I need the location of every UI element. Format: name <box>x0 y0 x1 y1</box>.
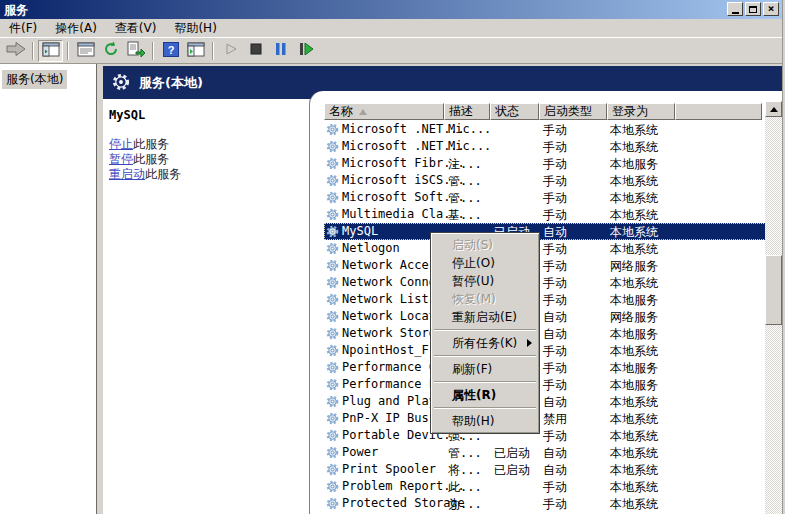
cell-desc: 将... <box>448 462 482 479</box>
cell-logon: 本地服务 <box>610 156 658 173</box>
table-row-Performance-Lo[interactable]: Performance Lo.手动本地服务 <box>324 376 772 393</box>
menu-item-file[interactable]: 件(F) <box>0 18 46 39</box>
cell-startup: 自动 <box>543 394 567 411</box>
table-row-Plug-and-Play[interactable]: Plug and Play自动本地系统 <box>324 393 772 410</box>
cell-startup: 自动 <box>543 326 567 343</box>
tree-item-services-local[interactable]: 服务(本地) <box>2 70 67 89</box>
column-header-名称[interactable]: 名称 <box>324 103 444 120</box>
table-row-Microsoft-Fibr[interactable]: Microsoft Fibr...注...手动本地服务 <box>324 155 772 172</box>
table-row-PnP-X-IP-Bus-E[interactable]: PnP-X IP Bus E.禁用本地系统 <box>324 410 772 427</box>
menu-item-action[interactable]: 操作(A) <box>46 18 106 39</box>
table-row-Print-Spooler[interactable]: Print Spooler将...已启动自动本地系统 <box>324 461 772 478</box>
table-row-Network-List-S[interactable]: Network List S.手动本地服务 <box>324 291 772 308</box>
column-header-blank[interactable] <box>675 103 762 120</box>
table-row-Microsoft-iSCS[interactable]: Microsoft iSCS...管...手动本地系统 <box>324 172 772 189</box>
maximize-button[interactable] <box>745 2 761 16</box>
cell-logon: 本地服务 <box>610 326 658 343</box>
cell-logon: 本地系统 <box>610 394 658 411</box>
service-link-重启动[interactable]: 重启动此服务 <box>109 167 181 182</box>
table-row-Microsoft-Soft[interactable]: Microsoft Soft...管...手动本地系统 <box>324 189 772 206</box>
cell-logon: 本地系统 <box>610 479 658 496</box>
context-menu-item-重新启动[interactable]: 重新启动(E) <box>432 308 538 326</box>
forward-button[interactable] <box>3 40 28 62</box>
cell-startup: 手动 <box>543 207 567 224</box>
stop-service-button[interactable] <box>243 40 268 62</box>
service-gear-icon <box>326 225 339 241</box>
context-menu-item-停止[interactable]: 停止(O) <box>432 254 538 272</box>
table-row-Network-Locati[interactable]: Network Locati.自动网络服务 <box>324 308 772 325</box>
menu-separator <box>434 381 536 383</box>
context-menu-item-帮助[interactable]: 帮助(H) <box>432 412 538 430</box>
service-gear-icon <box>326 446 339 462</box>
service-gear-icon <box>326 327 339 343</box>
restart-service-button[interactable] <box>293 40 318 62</box>
close-button[interactable]: × <box>763 2 779 16</box>
table-row-Netlogon[interactable]: Netlogon手动本地系统 <box>324 240 772 257</box>
context-menu-item-暂停[interactable]: 暂停(U) <box>432 272 538 290</box>
show-console-tree-button[interactable] <box>38 40 63 62</box>
cell-logon: 本地系统 <box>610 462 658 479</box>
show-console-tree-icon <box>42 42 60 60</box>
service-link-停止[interactable]: 停止此服务 <box>109 137 181 152</box>
service-gear-icon <box>326 463 339 479</box>
column-header-状态[interactable]: 状态 <box>490 103 539 120</box>
export-list-button[interactable] <box>123 40 148 62</box>
table-row-MySQL[interactable]: MySQL已启动自动本地系统 <box>324 223 772 240</box>
cell-name: Microsoft .NET... <box>342 122 465 136</box>
cell-name: Power <box>342 445 378 459</box>
context-menu-item-刷新[interactable]: 刷新(F) <box>432 360 538 378</box>
pause-service-button[interactable] <box>268 40 293 62</box>
start-service-button[interactable] <box>218 40 243 62</box>
column-header-label: 启动类型 <box>544 103 592 120</box>
cell-logon: 本地系统 <box>610 190 658 207</box>
cell-desc: Mic... <box>448 122 491 136</box>
menu-item-help[interactable]: 帮助(H) <box>165 18 225 39</box>
cell-startup: 手动 <box>543 241 567 258</box>
service-gear-icon <box>326 174 339 190</box>
cell-startup: 手动 <box>543 496 567 513</box>
column-header-label: 登录为 <box>612 103 648 120</box>
service-action-links: 停止此服务暂停此服务重启动此服务 <box>109 137 181 182</box>
properties-window-button[interactable] <box>73 40 98 62</box>
column-header-启动类型[interactable]: 启动类型 <box>539 103 607 120</box>
context-menu-item-属性[interactable]: 属性(R) <box>432 386 538 404</box>
table-row-Network-Connec[interactable]: Network Connec.手动本地系统 <box>324 274 772 291</box>
table-row-Microsoft-NET[interactable]: Microsoft .NET...Mic...手动本地系统 <box>324 121 772 138</box>
service-gear-icon <box>326 276 339 292</box>
service-gear-icon <box>326 191 339 207</box>
scroll-up-button[interactable] <box>765 101 782 117</box>
minimize-button[interactable] <box>727 2 743 16</box>
service-gear-icon <box>326 480 339 496</box>
table-row-Performance-Co[interactable]: Performance Co.手动本地服务 <box>324 359 772 376</box>
column-header-描述[interactable]: 描述 <box>444 103 490 120</box>
table-row-Multimedia-Cla[interactable]: Multimedia Cla...基...手动本地系统 <box>324 206 772 223</box>
table-row-Microsoft-NET[interactable]: Microsoft .NET...Mic...手动本地系统 <box>324 138 772 155</box>
table-row-Problem-Report[interactable]: Problem Report...此...手动本地系统 <box>324 478 772 495</box>
cell-desc: 注... <box>448 156 482 173</box>
cell-name: Netlogon <box>342 241 400 255</box>
cell-startup: 手动 <box>543 258 567 275</box>
cell-startup: 手动 <box>543 377 567 394</box>
table-row-Network-Access[interactable]: Network Access.手动网络服务 <box>324 257 772 274</box>
cell-logon: 本地系统 <box>610 207 658 224</box>
cell-logon: 网络服务 <box>610 258 658 275</box>
menu-item-view[interactable]: 查看(V) <box>106 18 166 39</box>
table-row-Power[interactable]: Power管...已启动自动本地系统 <box>324 444 772 461</box>
column-header-登录为[interactable]: 登录为 <box>607 103 675 120</box>
context-menu-item-所有任务[interactable]: 所有任务(K) <box>432 334 538 352</box>
table-row-Network-Store[interactable]: Network Store .自动本地服务 <box>324 325 772 342</box>
scrollbar-thumb[interactable] <box>765 255 782 325</box>
column-header-label: 状态 <box>495 103 519 120</box>
cell-name: Microsoft iSCS... <box>342 173 465 187</box>
table-row-Portable-Devic[interactable]: Portable Devic...强...手动本地系统 <box>324 427 772 444</box>
help-button[interactable]: ? <box>158 40 183 62</box>
service-link-暂停[interactable]: 暂停此服务 <box>109 152 181 167</box>
show-taskpad-button[interactable] <box>183 40 208 62</box>
vertical-scrollbar[interactable] <box>765 101 782 514</box>
cell-logon: 网络服务 <box>610 309 658 326</box>
table-row-NpointHost-Free[interactable]: NpointHost_Free手动本地系统 <box>324 342 772 359</box>
refresh-button[interactable] <box>98 40 123 62</box>
table-row-Protected-Storage[interactable]: Protected Storage为...手动本地系统 <box>324 495 772 512</box>
cell-startup: 手动 <box>543 190 567 207</box>
service-gear-icon <box>326 123 339 139</box>
